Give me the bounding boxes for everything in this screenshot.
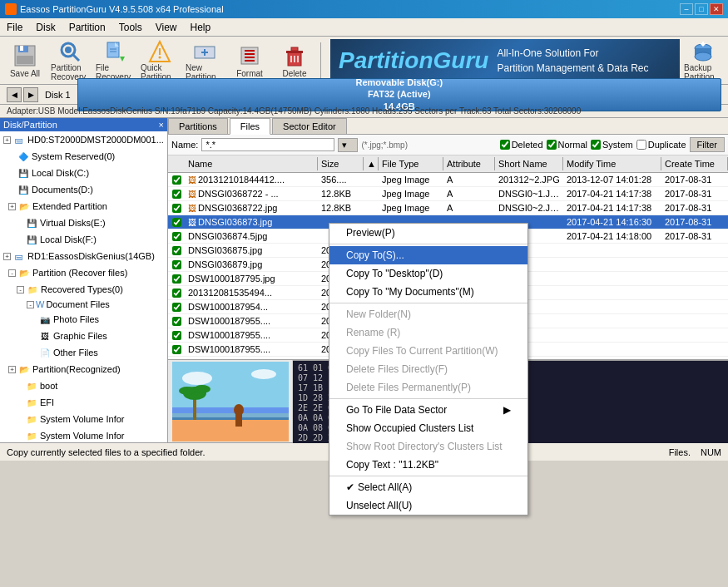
left-panel: Disk/Partition × + 🖴 HD0:ST2000DMST2000D…: [0, 118, 168, 442]
file-recovery-button[interactable]: File Recovery: [93, 39, 136, 82]
ctx-goto-data-sector[interactable]: Go To File Data Sector ▶: [329, 401, 527, 419]
system-filter-label[interactable]: System: [591, 140, 633, 150]
col-hdr-modifytime[interactable]: Modify Time: [563, 157, 661, 170]
filter-button[interactable]: Filter: [690, 137, 725, 152]
new-partition-button[interactable]: New Partition: [183, 39, 226, 82]
file-check[interactable]: [172, 274, 181, 284]
filter-dropdown-button[interactable]: ▾: [338, 138, 358, 152]
menu-help[interactable]: Help: [184, 19, 218, 36]
tree-item-sysreserved[interactable]: 🔷 System Reserved(0): [0, 148, 167, 165]
menu-file[interactable]: File: [0, 19, 29, 36]
disk-prev-button[interactable]: ◀: [7, 87, 22, 102]
file-check[interactable]: [172, 218, 181, 227]
left-panel-close[interactable]: ×: [159, 120, 164, 130]
deleted-checkbox[interactable]: [500, 140, 510, 150]
minimize-button[interactable]: –: [680, 3, 693, 15]
ctx-copy-to[interactable]: Copy To(S)...: [329, 246, 527, 264]
file-check[interactable]: [172, 331, 181, 340]
tab-partitions[interactable]: Partitions: [168, 118, 228, 134]
partition-icon: 🔷: [17, 150, 30, 163]
menu-view[interactable]: View: [149, 19, 184, 36]
file-check[interactable]: [172, 190, 181, 199]
expand-doc-files[interactable]: -: [27, 301, 34, 308]
tree-item-virtuale[interactable]: 💾 Virtual Disks(E:): [0, 215, 167, 231]
maximize-button[interactable]: □: [695, 3, 708, 15]
col-hdr-size[interactable]: Size: [318, 157, 364, 170]
backup-partition-button[interactable]: Backup Partition: [681, 39, 725, 82]
expand-partition-recover[interactable]: -: [8, 269, 16, 277]
tree-item-documentsd[interactable]: 💾 Documents(D:): [0, 181, 167, 198]
file-check[interactable]: [172, 246, 181, 255]
duplicate-checkbox[interactable]: [636, 140, 646, 150]
file-row[interactable]: 🖼 DNSGI0368722 - ... 12.8KB Jpeg Image A…: [168, 187, 728, 201]
menu-partition[interactable]: Partition: [62, 19, 112, 36]
delete-button[interactable]: Delete: [273, 39, 316, 82]
duplicate-filter-label[interactable]: Duplicate: [636, 140, 686, 150]
expand-partition-recognized[interactable]: +: [8, 366, 16, 373]
menu-tools[interactable]: Tools: [112, 19, 149, 36]
ctx-show-clusters[interactable]: Show Occupied Clusters List: [329, 419, 527, 437]
tab-sector-editor[interactable]: Sector Editor: [272, 118, 347, 134]
tree-item-sysvolinfo1[interactable]: 📁 System Volume Infor: [0, 411, 167, 427]
normal-checkbox[interactable]: [547, 140, 557, 150]
save-all-button[interactable]: Save All: [3, 39, 47, 82]
file-check[interactable]: [172, 175, 181, 185]
ctx-copy-desktop[interactable]: Copy To "Desktop"(D): [329, 264, 527, 283]
tree-item-graphic-files[interactable]: 🖼 Graphic Files: [0, 328, 167, 344]
file-row[interactable]: 🖼 DNSGI0368722.jpg 12.8KB Jpeg Image A D…: [168, 201, 728, 215]
expand-rd1[interactable]: +: [3, 253, 11, 260]
delete-icon: [281, 42, 308, 69]
file-check[interactable]: [172, 289, 181, 298]
ctx-preview[interactable]: Preview(P): [329, 224, 527, 242]
col-hdr-createtime[interactable]: Create Time: [661, 157, 728, 170]
file-row[interactable]: 🖼 201312101844412.... 356.... Jpeg Image…: [168, 173, 728, 187]
ctx-unselect-all[interactable]: Unselect All(U): [329, 496, 527, 515]
expand-extpartition[interactable]: +: [8, 203, 16, 210]
normal-filter-label[interactable]: Normal: [547, 140, 587, 150]
tree-item-photo-files[interactable]: 📷 Photo Files: [0, 311, 167, 328]
disk-next-button[interactable]: ▶: [23, 87, 38, 102]
ctx-copy-mydocs[interactable]: Copy To "My Documents"(M): [329, 283, 527, 301]
file-check[interactable]: [172, 317, 181, 326]
tab-files[interactable]: Files: [230, 118, 270, 135]
tree-item-other-files[interactable]: 📄 Other Files: [0, 344, 167, 361]
deleted-filter-label[interactable]: Deleted: [500, 140, 543, 150]
name-filter-input[interactable]: [201, 138, 334, 151]
tree-item-efi[interactable]: 📁 EFI: [0, 394, 167, 411]
file-check[interactable]: [172, 204, 181, 213]
tree-item-recovered-types[interactable]: - 📁 Recovered Types(0): [0, 281, 167, 298]
ctx-select-all[interactable]: ✔ Select All(A): [329, 478, 527, 496]
system-checkbox[interactable]: [591, 140, 601, 150]
ctx-rename: Rename (R): [329, 323, 527, 342]
tree-item-hd0[interactable]: + 🖴 HD0:ST2000DMST2000DM001...: [0, 131, 167, 148]
expand-hd0[interactable]: +: [3, 136, 11, 144]
file-check[interactable]: [172, 303, 181, 312]
col-hdr-attribute[interactable]: Attribute: [443, 157, 495, 170]
tree-item-partition-recover[interactable]: - 📂 Partition (Recover files): [0, 264, 167, 281]
col-hdr-name[interactable]: Name: [185, 157, 318, 170]
col-hdr-filetype[interactable]: File Type: [379, 157, 443, 170]
expand-recovered-types[interactable]: -: [17, 286, 24, 294]
col-hdr-sort[interactable]: ▲: [364, 157, 379, 170]
ctx-copy-text[interactable]: Copy Text : "11.2KB": [329, 456, 527, 474]
tree-item-partition-recognized[interactable]: + 📂 Partition(Recognized): [0, 361, 167, 377]
partition-recovery-button[interactable]: Partition Recovery: [48, 39, 92, 82]
tree-item-localf[interactable]: 💾 Local Disk(F:): [0, 231, 167, 248]
tree-item-rd1[interactable]: + 🖴 RD1:EassosDiskGenius(14GB): [0, 248, 167, 264]
file-check[interactable]: [172, 232, 181, 241]
close-button[interactable]: ✕: [710, 3, 723, 15]
tree-item-doc-files[interactable]: - W Document Files: [0, 298, 167, 311]
tree-item-extpartition[interactable]: + 📂 Extended Partition: [0, 198, 167, 215]
format-button[interactable]: Format: [228, 39, 271, 82]
file-check[interactable]: [172, 260, 181, 269]
menu-disk[interactable]: Disk: [29, 19, 62, 36]
tree-item-boot[interactable]: 📁 boot: [0, 377, 167, 394]
tree-label-sysreserved: System Reserved(0): [32, 151, 115, 161]
tree-item-localc[interactable]: 💾 Local Disk(C:): [0, 165, 167, 181]
col-hdr-shortname[interactable]: Short Name: [495, 157, 563, 170]
file-check[interactable]: [172, 345, 181, 354]
file-created: 2017-08-31: [661, 173, 728, 186]
quick-partition-button[interactable]: Quick Partition: [138, 39, 181, 82]
recovered-types-icon: 📁: [26, 283, 39, 296]
tree-item-sysvolinfo2[interactable]: 📁 System Volume Infor: [0, 427, 167, 442]
